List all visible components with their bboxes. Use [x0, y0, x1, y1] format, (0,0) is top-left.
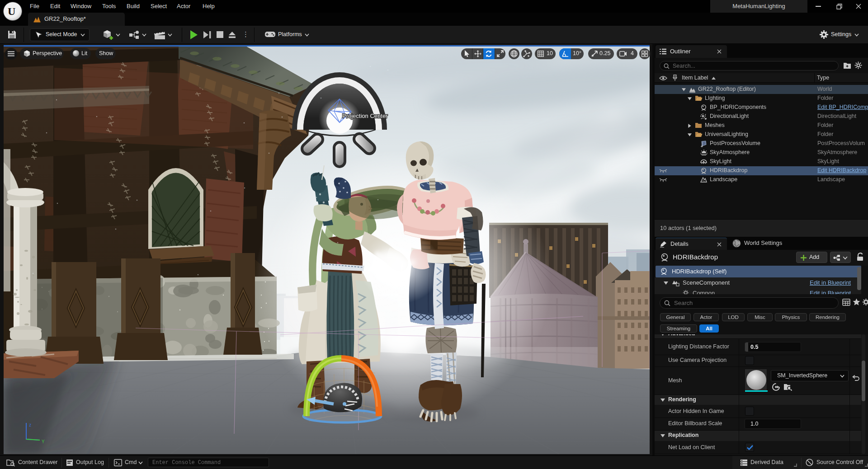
- svg-text:Y: Y: [42, 439, 45, 444]
- svg-text:z: z: [29, 422, 31, 427]
- svg-text:Projection Center: Projection Center: [342, 113, 388, 119]
